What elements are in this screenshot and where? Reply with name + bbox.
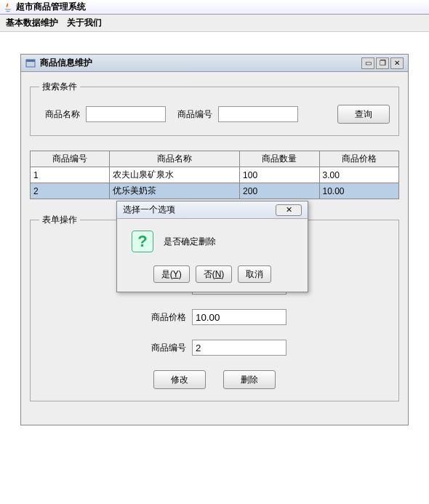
java-icon [3, 2, 13, 12]
search-button[interactable]: 查询 [337, 105, 390, 124]
menu-about[interactable]: 关于我们 [67, 17, 102, 29]
search-name-input[interactable] [86, 106, 166, 122]
search-fieldset: 搜索条件 商品名称 商品编号 查询 [30, 81, 399, 136]
internal-title-bar: 商品信息维护 ▭ ❐ ✕ [21, 55, 408, 72]
product-table[interactable]: 商品编号 商品名称 商品数量 商品价格 1农夫山泉矿泉水1003.002优乐美奶… [30, 151, 399, 199]
table-cell: 100 [240, 167, 319, 183]
dialog-title-bar: 选择一个选项 ✕ [117, 201, 308, 219]
confirm-dialog: 选择一个选项 ✕ ? 是否确定删除 是(Y) 否(N) 取消 [116, 201, 308, 292]
dialog-title: 选择一个选项 [123, 204, 276, 216]
form-code-label: 商品编号 [143, 342, 186, 354]
minimize-button[interactable]: ▭ [361, 57, 374, 69]
delete-button[interactable]: 删除 [223, 370, 276, 389]
table-cell: 200 [240, 183, 319, 199]
form-price-label: 商品价格 [143, 311, 186, 324]
table-row[interactable]: 2优乐美奶茶20010.00 [31, 183, 399, 199]
search-name-label: 商品名称 [39, 108, 80, 121]
dialog-yes-button[interactable]: 是(Y) [153, 265, 190, 283]
table-cell: 10.00 [319, 183, 399, 199]
modify-button[interactable]: 修改 [153, 370, 206, 389]
maximize-button[interactable]: ❐ [376, 57, 389, 69]
table-cell: 1 [31, 167, 110, 183]
frame-icon [25, 58, 36, 68]
app-title: 超市商品管理系统 [16, 1, 86, 13]
th-qty: 商品数量 [240, 151, 319, 167]
th-price: 商品价格 [319, 151, 399, 167]
internal-title: 商品信息维护 [40, 57, 361, 69]
search-code-label: 商品编号 [172, 108, 212, 121]
form-code-input[interactable] [192, 340, 286, 356]
question-icon: ? [132, 231, 153, 252]
search-legend: 搜索条件 [39, 81, 80, 93]
table-cell: 优乐美奶茶 [110, 183, 240, 199]
form-price-input[interactable] [192, 309, 286, 325]
dialog-close-button[interactable]: ✕ [276, 204, 302, 216]
dialog-no-button[interactable]: 否(N) [196, 265, 233, 283]
form-legend: 表单操作 [39, 214, 80, 226]
menu-bar: 基本数据维护 关于我们 [0, 15, 429, 32]
th-name: 商品名称 [110, 151, 240, 167]
svg-rect-1 [26, 60, 35, 62]
th-code: 商品编号 [31, 151, 110, 167]
table-cell: 2 [31, 183, 110, 199]
app-title-bar: 超市商品管理系统 [0, 0, 429, 15]
search-code-input[interactable] [218, 106, 298, 122]
table-row[interactable]: 1农夫山泉矿泉水1003.00 [31, 167, 399, 183]
dialog-message: 是否确定删除 [164, 236, 216, 248]
menu-data-maintain[interactable]: 基本数据维护 [6, 17, 58, 29]
dialog-cancel-button[interactable]: 取消 [238, 265, 271, 283]
close-button[interactable]: ✕ [390, 57, 404, 69]
table-cell: 3.00 [319, 167, 399, 183]
table-cell: 农夫山泉矿泉水 [110, 167, 240, 183]
